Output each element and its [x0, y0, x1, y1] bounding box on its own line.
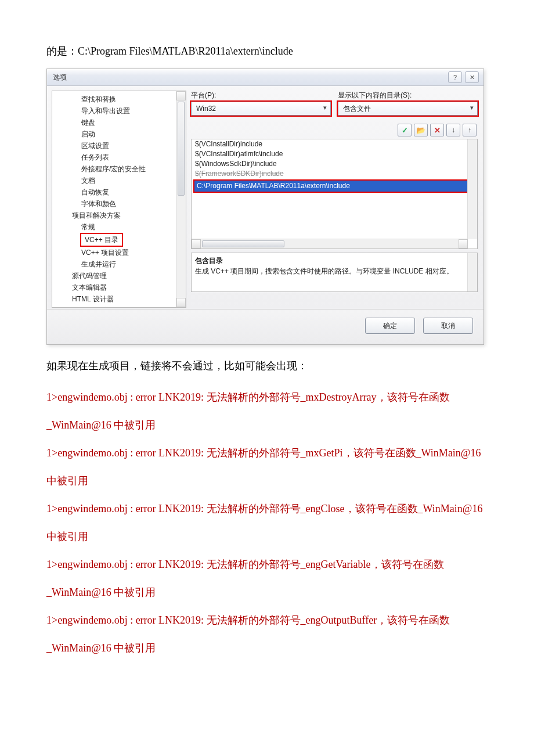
- desc-scrollbar[interactable]: [467, 253, 477, 291]
- list-item-disabled[interactable]: $(FrameworkSDKDir)include: [192, 169, 477, 179]
- description-heading: 包含目录: [195, 255, 474, 266]
- tree-group[interactable]: HTML 设计器: [52, 293, 186, 305]
- folder-icon[interactable]: 📂: [414, 124, 428, 136]
- tree-group[interactable]: 源代码管理: [52, 270, 186, 282]
- list-item[interactable]: $(WindowsSdkDir)\include: [192, 159, 477, 169]
- error-line: 中被引用: [46, 523, 488, 550]
- tree-item[interactable]: 常规: [52, 221, 186, 233]
- dialog-titlebar: 选项 ? ✕: [47, 69, 484, 86]
- after-dialog-text: 如果现在生成项目，链接将不会通过，比如可能会出现：: [46, 355, 488, 376]
- error-line: _WinMain@16 中被引用: [46, 634, 488, 662]
- move-down-icon[interactable]: ↓: [446, 124, 460, 136]
- platform-value: Win32: [196, 105, 216, 113]
- error-line: _WinMain@16 中被引用: [46, 578, 488, 606]
- tree-scrollbar[interactable]: [176, 91, 186, 307]
- platform-label: 平台(P):: [191, 91, 331, 100]
- tree-item[interactable]: 生成并运行: [52, 258, 186, 270]
- tree-item[interactable]: 查找和替换: [52, 93, 186, 105]
- tree-group[interactable]: 文本编辑器: [52, 282, 186, 293]
- platform-combo[interactable]: Win32: [191, 102, 331, 116]
- list-item[interactable]: $(VCInstallDir)atlmfc\include: [192, 149, 477, 159]
- error-line: _WinMain@16 中被引用: [46, 411, 488, 439]
- move-up-icon[interactable]: ↑: [463, 124, 477, 136]
- dialog-title: 选项: [53, 69, 445, 85]
- tree-group[interactable]: 项目和解决方案: [52, 210, 186, 221]
- error-line: 1>engwindemo.obj : error LNK2019: 无法解析的外…: [46, 495, 488, 523]
- error-line: 1>engwindemo.obj : error LNK2019: 无法解析的外…: [46, 439, 488, 467]
- tree-item[interactable]: 任务列表: [52, 152, 186, 163]
- showdir-value: 包含文件: [343, 104, 371, 114]
- description-body: 生成 VC++ 项目期间，搜索包含文件时使用的路径。与环境变量 INCLUDE …: [195, 266, 474, 276]
- help-button[interactable]: ?: [448, 71, 462, 83]
- list-item[interactable]: $(VCInstallDir)include: [192, 139, 477, 149]
- error-line: 1>engwindemo.obj : error LNK2019: 无法解析的外…: [46, 550, 488, 578]
- error-line: 中被引用: [46, 467, 488, 495]
- tree-item[interactable]: 字体和颜色: [52, 198, 186, 210]
- directories-list[interactable]: $(VCInstallDir)include $(VCInstallDir)at…: [191, 139, 478, 249]
- intro-text: 的是：C:\Program Files\MATLAB\R2011a\extern…: [46, 41, 488, 62]
- list-h-scrollbar[interactable]: [192, 239, 468, 249]
- delete-icon[interactable]: ✕: [430, 124, 444, 136]
- tree-item[interactable]: 区域设置: [52, 140, 186, 152]
- tree-item[interactable]: 文档: [52, 175, 186, 186]
- tree-item[interactable]: 键盘: [52, 117, 186, 128]
- error-line: 1>engwindemo.obj : error LNK2019: 无法解析的外…: [46, 606, 488, 634]
- tree-item[interactable]: 导入和导出设置: [52, 105, 186, 117]
- check-icon[interactable]: ✓: [398, 124, 412, 136]
- description-box: 包含目录 生成 VC++ 项目期间，搜索包含文件时使用的路径。与环境变量 INC…: [191, 253, 478, 292]
- tree-item[interactable]: VC++ 项目设置: [52, 247, 186, 258]
- showdir-label: 显示以下内容的目录(S):: [338, 91, 478, 100]
- tree-item-selected[interactable]: VC++ 目录: [80, 233, 123, 247]
- list-toolbar: ✓ 📂 ✕ ↓ ↑: [191, 124, 477, 136]
- tree-item[interactable]: 外接程序/宏的安全性: [52, 163, 186, 175]
- error-line: 1>engwindemo.obj : error LNK2019: 无法解析的外…: [46, 383, 488, 411]
- list-v-scrollbar[interactable]: [467, 139, 477, 239]
- tree-item[interactable]: 启动: [52, 128, 186, 140]
- cancel-button[interactable]: 取消: [423, 318, 473, 334]
- ok-button[interactable]: 确定: [365, 318, 415, 334]
- tree-group[interactable]: Windows 窗体设计器: [52, 305, 186, 308]
- tree-item[interactable]: 自动恢复: [52, 186, 186, 198]
- error-output: 1>engwindemo.obj : error LNK2019: 无法解析的外…: [46, 383, 488, 662]
- list-item-selected[interactable]: C:\Program Files\MATLAB\R2011a\extern\in…: [193, 179, 475, 193]
- options-tree[interactable]: 查找和替换 导入和导出设置 键盘 启动 区域设置 任务列表 外接程序/宏的安全性…: [52, 91, 186, 308]
- showdir-combo[interactable]: 包含文件: [338, 102, 478, 116]
- options-dialog: 选项 ? ✕ 查找和替换 导入和导出设置 键盘 启动 区域设置 任务列表 外接程…: [46, 69, 484, 345]
- close-button[interactable]: ✕: [465, 71, 479, 83]
